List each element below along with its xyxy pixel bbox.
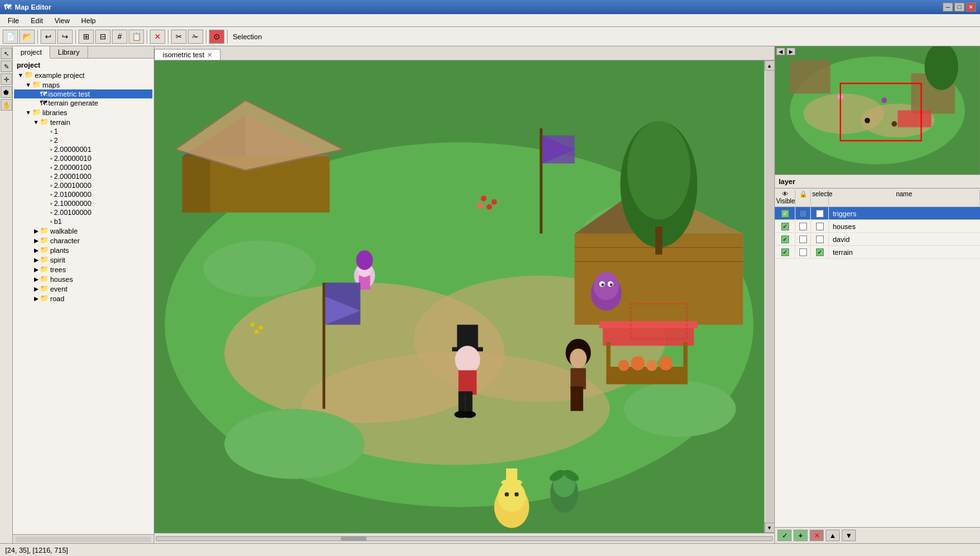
menu-edit[interactable]: Edit	[26, 15, 48, 26]
tree-item-isometric-test[interactable]: 🗺 isometric test	[14, 89, 152, 98]
left-tool-3[interactable]: ✛	[1, 73, 12, 85]
toolbar-grid2[interactable]: ⊟	[95, 30, 111, 44]
map-scrollbar-h[interactable]	[154, 533, 774, 543]
toolbar-circle[interactable]: ⊙	[209, 30, 224, 44]
expand-icon-maps[interactable]: ▼	[24, 82, 32, 88]
terrain-select-check[interactable]	[816, 248, 824, 256]
layer-up-button[interactable]: ▲	[826, 530, 840, 541]
vscroll-track[interactable]	[765, 71, 774, 523]
tree-item-example-project[interactable]: ▼ 📁 example project	[14, 70, 152, 80]
map-vscroll[interactable]: ▲ ▼	[764, 60, 774, 533]
left-tool-5[interactable]: ✋	[1, 99, 12, 111]
close-button[interactable]: ✕	[966, 3, 976, 12]
left-tool-4[interactable]: ⬟	[1, 86, 12, 98]
menu-help[interactable]: Help	[76, 15, 101, 26]
david-lock-check[interactable]	[799, 236, 807, 243]
tree-item-t11[interactable]: ▪ b1	[14, 217, 152, 226]
panel-hscroll-track[interactable]	[15, 537, 151, 542]
tree-item-t5[interactable]: ▪ 2.00000100	[14, 163, 152, 172]
layer-row-david[interactable]: david	[775, 233, 980, 246]
toolbar-grid1[interactable]: ⊞	[78, 30, 94, 44]
tree-item-t9[interactable]: ▪ 2.10000000	[14, 199, 152, 208]
expand-icon-event[interactable]: ▶	[32, 286, 40, 292]
vscroll-down[interactable]: ▼	[765, 523, 775, 533]
triggers-visible-check[interactable]	[781, 210, 789, 218]
terrain-visible-check[interactable]	[781, 248, 789, 256]
tree-item-character[interactable]: ▶ 📁 character	[14, 236, 152, 245]
layer-row-houses[interactable]: houses	[775, 220, 980, 233]
houses-lock-check[interactable]	[799, 223, 807, 230]
layer-add-button[interactable]: +	[794, 530, 808, 541]
menu-file[interactable]: File	[3, 15, 24, 26]
tree-item-t1[interactable]: ▪ 1	[14, 127, 152, 136]
tree-item-t3[interactable]: ▪ 2.00000001	[14, 145, 152, 154]
minimap-arrow-left[interactable]: ◀	[776, 48, 785, 55]
tree-item-t6[interactable]: ▪ 2.00001000	[14, 172, 152, 181]
hscroll-track[interactable]	[156, 536, 773, 541]
layer-row-triggers[interactable]: triggers	[775, 207, 980, 220]
terrain-lock-check[interactable]	[799, 248, 807, 256]
toolbar-tool2[interactable]: ✁	[188, 30, 203, 44]
tree-item-maps[interactable]: ▼ 📁 maps	[14, 80, 152, 89]
map-canvas[interactable]	[154, 60, 764, 533]
expand-icon-character[interactable]: ▶	[32, 237, 40, 244]
svg-rect-65	[540, 128, 542, 233]
toolbar-tool1[interactable]: ✂	[171, 30, 186, 44]
tab-close-icon[interactable]: ✕	[207, 51, 212, 59]
tree-item-road[interactable]: ▶ 📁 road	[14, 293, 152, 303]
toolbar-open[interactable]: 📂	[19, 30, 35, 44]
tree-item-t4[interactable]: ▪ 2.00000010	[14, 154, 152, 163]
expand-icon-libraries[interactable]: ▼	[24, 109, 32, 116]
tree-item-libraries[interactable]: ▼ 📁 libraries	[14, 107, 152, 117]
tab-project[interactable]: project	[13, 46, 50, 59]
expand-icon-trees[interactable]: ▶	[32, 266, 40, 273]
houses-visible-check[interactable]	[781, 223, 789, 230]
tree-item-event[interactable]: ▶ 📁 event	[14, 284, 152, 293]
tab-isometric-test[interactable]: isometric test ✕	[154, 49, 221, 60]
tree-item-houses[interactable]: ▶ 📁 houses	[14, 274, 152, 284]
triggers-select-check[interactable]	[816, 210, 824, 218]
houses-select-check[interactable]	[816, 223, 824, 230]
tab-library[interactable]: Library	[50, 46, 88, 58]
expand-icon-walkable[interactable]: ▶	[32, 228, 40, 234]
expand-icon-spirit[interactable]: ▶	[32, 257, 40, 263]
expand-icon-plants[interactable]: ▶	[32, 247, 40, 254]
david-visible-check[interactable]	[781, 236, 789, 243]
tree-item-walkable[interactable]: ▶ 📁 walkable	[14, 226, 152, 236]
minimap-arrow-right[interactable]: ▶	[786, 48, 795, 55]
menu-view[interactable]: View	[50, 15, 75, 26]
triggers-lock-check[interactable]	[799, 210, 807, 218]
vscroll-up[interactable]: ▲	[765, 60, 775, 71]
tree-item-terrain-generate[interactable]: 🗺 terrain generate	[14, 98, 152, 107]
tree-item-t7[interactable]: ▪ 2.00010000	[14, 181, 152, 190]
tree-item-t10[interactable]: ▪ 2.00100000	[14, 208, 152, 217]
panel-hscroll[interactable]	[13, 534, 154, 543]
tree-item-t8[interactable]: ▪ 2.01000000	[14, 190, 152, 199]
layer-delete-button[interactable]: ✕	[810, 530, 824, 541]
layer-down-button[interactable]: ▼	[842, 530, 856, 541]
expand-icon[interactable]: ▼	[17, 72, 24, 79]
layer-row-terrain[interactable]: terrain	[775, 246, 980, 259]
expand-icon-terrain[interactable]: ▼	[32, 119, 40, 125]
minimize-button[interactable]: ─	[943, 3, 953, 12]
expand-icon-houses[interactable]: ▶	[32, 276, 40, 283]
tree-item-spirit[interactable]: ▶ 📁 spirit	[14, 255, 152, 264]
tree-item-t2[interactable]: ▪ 2	[14, 136, 152, 145]
tree-item-trees[interactable]: ▶ 📁 trees	[14, 264, 152, 274]
david-select-check[interactable]	[816, 236, 824, 243]
hscroll-thumb[interactable]	[341, 537, 367, 541]
tree-item-plants[interactable]: ▶ 📁 plants	[14, 245, 152, 255]
toolbar-delete[interactable]: ✕	[150, 30, 165, 44]
toolbar-redo[interactable]: ↪	[57, 30, 73, 44]
left-tool-2[interactable]: ✎	[1, 60, 12, 72]
maximize-button[interactable]: □	[954, 3, 965, 12]
toolbar-new[interactable]: 📄	[3, 30, 18, 44]
toolbar-export[interactable]: 📋	[129, 30, 144, 44]
toolbar-hash[interactable]: #	[112, 30, 127, 44]
left-tool-1[interactable]: ↖	[1, 48, 12, 59]
title-text: Map Editor	[15, 3, 51, 11]
toolbar-undo[interactable]: ↩	[41, 30, 56, 44]
layer-check-all[interactable]: ✓	[777, 530, 792, 541]
expand-icon-road[interactable]: ▶	[32, 295, 40, 302]
tree-item-terrain-folder[interactable]: ▼ 📁 terrain	[14, 117, 152, 127]
